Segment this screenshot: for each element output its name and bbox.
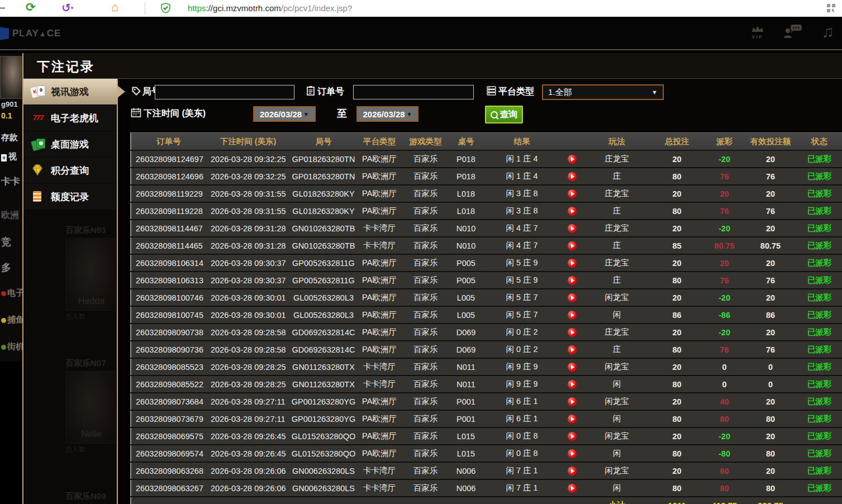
- page-title: 下注记录: [37, 58, 95, 75]
- total-bet-cell: 20: [650, 254, 703, 272]
- platform-type-select[interactable]: 1.全部 ▼: [542, 84, 664, 100]
- replay-cell: [561, 462, 583, 479]
- play-video-icon[interactable]: [568, 224, 577, 233]
- valid-bet-cell: 80.75: [745, 237, 796, 254]
- sidebar-item-video-games[interactable]: K9 视讯游戏: [23, 79, 117, 104]
- result-cell: 闲 7 庄 1: [483, 479, 561, 497]
- sidebar-item-quota-records[interactable]: 额度记录: [23, 184, 117, 210]
- refresh-icon[interactable]: ⟳: [26, 1, 36, 14]
- play-video-icon[interactable]: [568, 432, 577, 441]
- secure-shield-icon[interactable]: [161, 3, 170, 16]
- total-bet-cell: 80: [650, 272, 703, 289]
- table-no-cell: N006: [449, 479, 483, 497]
- vip-icon[interactable]: VIP: [750, 25, 765, 39]
- play-type-cell: 庄: [583, 272, 650, 289]
- sidebar-item-table-games[interactable]: 桌面游戏: [23, 131, 117, 157]
- order-id-cell: 260328098100745: [131, 306, 206, 324]
- status-cell: 已派彩: [796, 375, 842, 393]
- total-bet-cell: 80: [650, 375, 703, 393]
- result-cell: 闲 6 庄 1: [483, 393, 561, 410]
- play-video-icon[interactable]: [568, 484, 577, 493]
- query-button[interactable]: 查询: [485, 106, 523, 123]
- back-icon[interactable]: ↺▾: [61, 1, 73, 15]
- apps-grid-icon[interactable]: [827, 4, 835, 15]
- sidebar-item-points-query[interactable]: 积分查询: [23, 158, 117, 183]
- play-video-icon[interactable]: [568, 207, 577, 216]
- payout-cell: 76: [703, 341, 745, 358]
- round-id-cell: GP0052632811G: [290, 254, 357, 272]
- date-to-select[interactable]: 2026/03/28 ▼: [356, 106, 418, 122]
- date-from-select[interactable]: 2026/03/28 ▼: [253, 106, 316, 122]
- payout-cell: 76: [703, 202, 745, 220]
- payout-cell: -20: [703, 220, 745, 237]
- replay-cell: [561, 358, 583, 375]
- round-no-input[interactable]: [155, 85, 294, 99]
- game-type-cell: 百家乐: [402, 427, 449, 445]
- table-header-row: 订单号 下注时间 (美东) 局号 平台类型 游戏类型 桌号 结果 玩法 总投注 …: [131, 133, 842, 151]
- egames-label: 电子游戏: [1, 288, 22, 298]
- order-id-cell: 260328098085523: [131, 358, 206, 375]
- subtotal-payout: 418.75: [703, 497, 745, 504]
- music-icon[interactable]: ♫: [822, 23, 835, 40]
- platform-cell: 卡卡湾厅: [357, 220, 402, 237]
- table-no-cell: P001: [449, 410, 483, 427]
- home-icon[interactable]: ⌂: [111, 0, 118, 15]
- bet-time-cell: 2026-03-28 09:26:06: [206, 462, 290, 479]
- play-video-icon[interactable]: [568, 241, 577, 250]
- table-row: 260328098073684 2026-03-28 09:27:11 GP00…: [131, 393, 842, 410]
- valid-bet-cell: 76: [745, 272, 796, 289]
- order-no-input[interactable]: [353, 85, 474, 99]
- round-id-cell: GP001263280YG: [290, 410, 357, 427]
- clipboard-icon: [306, 85, 316, 98]
- round-id-cell: GL018263280KY: [290, 185, 357, 202]
- order-no-label: 订单号: [317, 86, 344, 98]
- bet-time-cell: 2026-03-28 09:28:58: [206, 324, 290, 341]
- play-video-icon[interactable]: [568, 155, 577, 164]
- play-video-icon[interactable]: [568, 449, 577, 458]
- total-bet-cell: 86: [650, 306, 703, 324]
- play-type-cell: 庄: [583, 202, 650, 220]
- table-row: 260328098100746 2026-03-28 09:30:01 GL00…: [131, 289, 842, 306]
- play-video-icon[interactable]: [568, 380, 577, 389]
- table-row: 260328098106313 2026-03-28 09:30:37 GP00…: [131, 272, 842, 289]
- table-row: 260328098073679 2026-03-28 09:27:11 GP00…: [131, 410, 842, 427]
- balance: 0.1: [1, 111, 12, 120]
- play-video-icon[interactable]: [568, 415, 577, 424]
- play-video-icon[interactable]: [568, 189, 577, 198]
- play-video-icon[interactable]: [568, 328, 577, 337]
- platform-cell: PA欧洲厅: [357, 202, 402, 220]
- payout-cell: 0: [703, 358, 745, 375]
- play-video-icon[interactable]: [568, 397, 577, 406]
- status-cell: 已派彩: [796, 306, 842, 324]
- play-video-icon[interactable]: [568, 293, 577, 302]
- url-bar[interactable]: https://gci.mzvmotrh.com/pc/pcv1/index.j…: [188, 3, 352, 13]
- play-video-icon[interactable]: [568, 259, 577, 268]
- game-type-cell: 百家乐: [402, 202, 449, 220]
- modal-sidebar: K9 视讯游戏 777 电子老虎机 桌面游戏 积分查询 额度记录 百家乐N03 …: [23, 79, 118, 504]
- result-cell: 闲 9 庄 9: [483, 358, 561, 375]
- subtotal-valid: 890.75: [745, 497, 796, 504]
- customer-service-icon[interactable]: [784, 23, 803, 40]
- play-video-icon[interactable]: [568, 311, 577, 320]
- table-no-cell: L005: [449, 306, 483, 324]
- play-video-icon[interactable]: [568, 345, 577, 354]
- play-type-cell: 庄: [583, 168, 650, 185]
- search-icon: [491, 111, 498, 118]
- platform-cell: PA欧洲厅: [357, 306, 402, 324]
- bet-time-cell: 2026-03-28 09:32:25: [206, 150, 290, 168]
- play-video-icon[interactable]: [568, 363, 577, 372]
- result-cell: 闲 5 庄 9: [483, 272, 561, 289]
- play-video-icon[interactable]: [568, 172, 577, 181]
- play-video-icon[interactable]: [568, 276, 577, 285]
- play-video-icon[interactable]: [568, 467, 577, 476]
- payout-cell: 20: [703, 185, 745, 202]
- sidebar-item-slots[interactable]: 777 电子老虎机: [23, 105, 117, 131]
- bet-time-cell: 2026-03-28 09:32:25: [206, 168, 290, 185]
- replay-cell: [561, 220, 583, 237]
- browser-bar: ⟳ ↺▾ ⌂ https://gci.mzvmotrh.com/pc/pcv1/…: [0, 0, 842, 17]
- table-row: 260328098124697 2026-03-28 09:32:25 GP01…: [131, 150, 842, 168]
- platform-cell: PA欧洲厅: [357, 272, 402, 289]
- fishing-label: 捕鱼王: [1, 315, 22, 325]
- replay-cell: [561, 306, 583, 324]
- europe-label: 欧洲: [1, 210, 19, 221]
